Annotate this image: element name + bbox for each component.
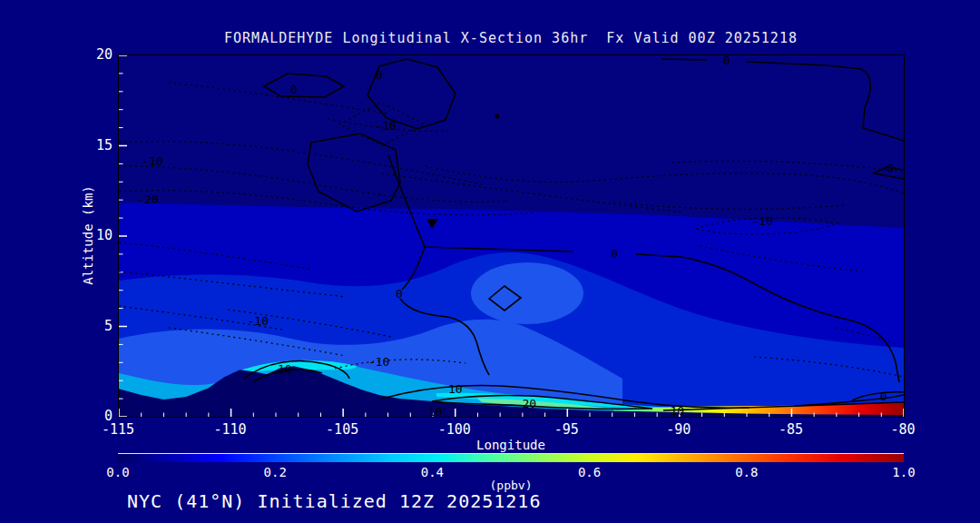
x-tick-label: -110 xyxy=(205,421,256,438)
filled-contour-levels xyxy=(119,55,904,417)
contour-label: -10 xyxy=(247,314,268,328)
plot-area: -10-2000-100-10000-10-1010101020100 xyxy=(118,54,905,418)
colorbar-tick-label: 0.2 xyxy=(255,465,295,479)
contour-label: 10 xyxy=(448,382,463,396)
colorbar-tick-label: 0.6 xyxy=(570,465,610,479)
y-tick-label: 10 xyxy=(74,227,113,243)
x-tick-label: -95 xyxy=(541,421,592,438)
y-tick-label: 20 xyxy=(74,46,113,63)
contour-label: -20 xyxy=(137,192,158,206)
contour-label: 0 xyxy=(887,162,894,175)
x-tick-label: -90 xyxy=(653,421,704,438)
contour-label: -10 xyxy=(142,154,162,168)
contour-label: 0 xyxy=(290,83,298,96)
x-tick-label: -105 xyxy=(317,421,368,438)
chart-title: FORMALDEHYDE Longitudinal X-Section 36hr… xyxy=(118,30,904,46)
contour-label: 0 xyxy=(376,68,383,82)
contour-label: 10 xyxy=(671,404,685,417)
contour-label: -10 xyxy=(368,355,389,369)
screenshot-root: { "palette": { "page_bg": "#000080", "pl… xyxy=(0,0,980,523)
colorbar xyxy=(118,453,904,462)
contour-label: 0 xyxy=(880,390,887,403)
x-tick-label: -100 xyxy=(429,421,480,438)
contour-label: 0 xyxy=(723,55,730,67)
contour-plot-svg: -10-2000-100-10000-10-1010101020100 xyxy=(119,55,904,417)
contour-label: 20 xyxy=(522,397,536,410)
contour-label: 10 xyxy=(278,362,292,376)
contour-label: -10 xyxy=(375,119,396,133)
x-tick-label: -80 xyxy=(877,421,928,438)
colorbar-tick-label: 0.0 xyxy=(98,465,138,479)
contour-label: -10 xyxy=(752,214,773,228)
colorbar-tick-label: 0.8 xyxy=(727,465,767,479)
formaldehyde-cross-section-figure: FORMALDEHYDE Longitudinal X-Section 36hr… xyxy=(0,0,980,523)
x-tick-label: -85 xyxy=(765,421,816,438)
x-axis-label: Longitude xyxy=(118,438,904,452)
x-tick-label: -115 xyxy=(93,421,143,438)
y-tick-label: 5 xyxy=(74,318,113,334)
contour-label: 0 xyxy=(396,287,403,301)
y-tick-label: 15 xyxy=(74,137,113,153)
contour-label: 10 xyxy=(428,405,443,417)
footer-note: NYC (41°N) Initialized 12Z 20251216 xyxy=(127,490,541,512)
colorbar-tick-label: 0.4 xyxy=(412,465,452,479)
contour-label: 0 xyxy=(611,247,618,261)
colorbar-tick-label: 1.0 xyxy=(884,465,924,479)
